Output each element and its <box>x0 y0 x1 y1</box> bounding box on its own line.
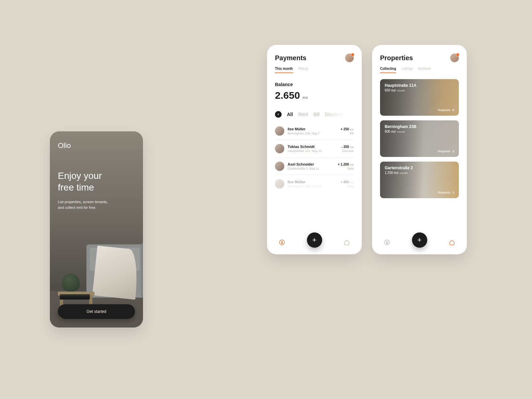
dollar-icon <box>279 239 285 246</box>
filter-rent[interactable]: Rent <box>298 112 308 117</box>
tx-meta: Berningham 23B, May 7 <box>288 132 337 135</box>
tx-name: Ilse Müller <box>288 127 337 131</box>
property-list: Hauptstraße 11A 650 eur /month Requests … <box>372 73 467 254</box>
tx-meta: Berningham 23B, April 15 <box>288 185 337 188</box>
plus-icon: + <box>312 236 317 244</box>
payments-screen: Payments This month History Balance 2.65… <box>267 45 362 254</box>
tx-amount: + 800 <box>340 180 349 184</box>
transaction-row[interactable]: Tobias Schmidt Hauptstraße 11A, May 10 -… <box>275 140 354 158</box>
avatar <box>275 144 284 153</box>
home-icon <box>343 239 350 246</box>
property-address: Berningham 23B <box>385 124 454 129</box>
property-card[interactable]: Hauptstraße 11A 650 eur /month Requests … <box>380 79 459 116</box>
tx-unit: eur <box>350 146 354 149</box>
avatar <box>275 179 284 189</box>
tx-filters: All Rent Bill Discount <box>267 101 362 121</box>
requests-badge: Requests 0 <box>438 108 454 112</box>
balance-amount: 2.650 <box>275 90 300 101</box>
add-button[interactable]: + <box>307 232 322 248</box>
filter-discount[interactable]: Discount <box>325 112 343 117</box>
tx-name: Ilse Müller <box>288 180 337 184</box>
property-price: 1.200 eur /month <box>385 171 454 175</box>
hero-headline: Enjoy your free time <box>58 170 135 193</box>
property-price: 800 eur /month <box>385 130 454 133</box>
tx-kind: Bill <box>340 132 354 135</box>
nav-properties-button[interactable] <box>343 239 350 246</box>
tx-meta: Gartenstraße 2, May 11 <box>288 167 334 170</box>
page-title: Payments <box>275 54 307 62</box>
page-title: Properties <box>380 54 413 62</box>
dollar-icon <box>384 239 390 246</box>
filter-all[interactable]: All <box>287 112 293 117</box>
avatar <box>275 126 284 136</box>
get-started-label: Get started <box>86 309 106 314</box>
hero-subtext: List properties, screen tenants, and col… <box>58 199 135 210</box>
tab-this-month[interactable]: This month <box>275 67 293 73</box>
property-address: Hauptstraße 11A <box>385 83 454 88</box>
balance-currency: eur <box>303 95 308 99</box>
tab-listings[interactable]: Listings <box>401 67 413 73</box>
tx-kind: Rent <box>340 185 354 188</box>
plus-icon: + <box>417 236 422 244</box>
avatar[interactable] <box>345 54 354 62</box>
tx-kind: Discount <box>341 149 354 153</box>
property-card[interactable]: Berningham 23B 800 eur /month Requests 2 <box>380 120 459 157</box>
tab-collecting[interactable]: Collecting <box>380 67 396 73</box>
tx-meta: Hauptstraße 11A, May 10 <box>288 149 338 153</box>
nav-payments-button[interactable] <box>383 239 391 246</box>
property-price: 650 eur /month <box>385 88 454 92</box>
balance-value: 2.650 eur <box>267 87 362 101</box>
properties-subtabs: Collecting Listings Archived <box>372 62 467 73</box>
tx-unit: eur <box>350 128 354 131</box>
requests-badge: Requests 1 <box>438 191 454 194</box>
tx-amount: + 250 <box>340 127 349 131</box>
avatar[interactable] <box>450 54 459 62</box>
tx-kind: Rent <box>338 167 354 170</box>
hero-sub-line1: List properties, screen tenants, <box>58 200 108 204</box>
hero-headline-line1: Enjoy your <box>58 171 102 181</box>
payments-subtabs: This month History <box>267 62 362 73</box>
bottom-nav: + <box>372 230 467 254</box>
avatar <box>275 162 284 171</box>
balance-label: Balance <box>267 73 362 87</box>
tab-history[interactable]: History <box>298 67 309 73</box>
hero: Enjoy your free time List properties, sc… <box>50 150 143 210</box>
hero-headline-line2: free time <box>58 182 94 193</box>
add-button[interactable]: + <box>412 232 427 248</box>
tab-archived[interactable]: Archived <box>418 67 431 73</box>
tx-amount: - 200 <box>341 145 349 149</box>
filter-bill[interactable]: Bill <box>313 112 320 117</box>
transaction-row[interactable]: Ilse Müller Berningham 23B, May 7 + 250 … <box>275 122 354 140</box>
bottom-nav: + <box>267 230 362 254</box>
hero-sub-line2: and collect rent for free. <box>58 205 96 209</box>
get-started-button[interactable]: Get started <box>58 304 135 319</box>
brand-logo: Olio <box>50 131 143 150</box>
nav-payments-button[interactable] <box>278 239 286 246</box>
property-address: Gartenstraße 2 <box>385 166 454 170</box>
transaction-row[interactable]: Ilse Müller Berningham 23B, April 15 + 8… <box>275 175 354 193</box>
chevron-left-icon[interactable] <box>275 111 282 118</box>
tx-amount: + 1.200 <box>338 163 349 166</box>
property-card[interactable]: Gartenstraße 2 1.200 eur /month Requests… <box>380 162 459 198</box>
nav-properties-button[interactable] <box>448 239 456 246</box>
tx-name: Axel Schneider <box>288 162 334 166</box>
tx-name: Tobias Schmidt <box>288 145 338 149</box>
properties-screen: Properties Collecting Listings Archived … <box>372 45 467 254</box>
tx-unit: eur <box>350 181 354 184</box>
transaction-row[interactable]: Axel Schneider Gartenstraße 2, May 11 + … <box>275 158 354 175</box>
onboarding-screen: Olio Enjoy your free time List propertie… <box>50 131 143 328</box>
home-icon <box>449 239 455 246</box>
tx-unit: eur <box>350 163 354 166</box>
requests-badge: Requests 2 <box>438 150 454 153</box>
